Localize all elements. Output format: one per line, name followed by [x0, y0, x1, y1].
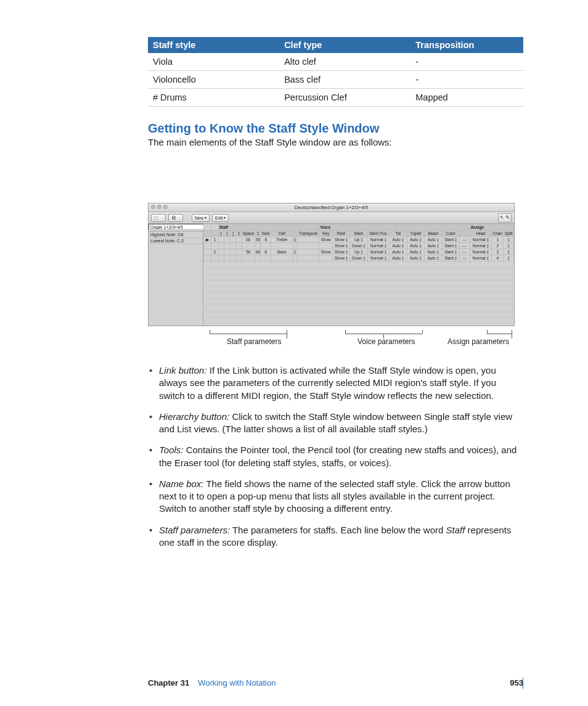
traffic-lights: [151, 205, 168, 209]
staff-styles-table: Staff style Clef type Transposition Viol…: [148, 37, 523, 107]
edit-menu[interactable]: Edit▾: [212, 214, 229, 222]
table-row: VioloncelloBass clef-: [148, 71, 523, 89]
definitions-list: Link button: If the Link button is activ…: [148, 364, 523, 549]
sidebar-lowest-note: Lowest Note: C-2: [149, 238, 203, 244]
list-item: Link button: If the Link button is activ…: [148, 364, 523, 402]
hierarchy-button[interactable]: ⬚: [151, 214, 166, 222]
section-heading: Getting to Know the Staff Style Window: [148, 121, 523, 136]
grid-row[interactable]: Show ‡Down ‡Normal ‡Auto ‡Auto ‡Auto ‡Sl…: [204, 255, 514, 261]
table-row: # DrumsPercussion ClefMapped: [148, 89, 523, 107]
staff-style-window-figure: Name box Hierarchy button Link button To…: [148, 203, 515, 353]
staff-style-window: Deutschlandlied:Organ 1+2/3+4/5 ⬚ ⛓ New▾…: [148, 203, 515, 326]
list-item: Name box: The field shows the name of th…: [148, 478, 523, 515]
list-item: Hierarchy button: Click to switch the St…: [148, 411, 523, 436]
pencil-tool-icon[interactable]: ✎: [505, 215, 510, 220]
grid-row[interactable]: ▶160508Treble‡ShowShow ‡Up ‡Normal ‡Auto…: [204, 237, 514, 243]
th-staff-style: Staff style: [148, 37, 279, 53]
new-menu[interactable]: New▾: [192, 214, 210, 222]
window-title: Deutschlandlied:Organ 1+2/3+4/5: [295, 205, 369, 210]
section-intro: The main elements of the Staff Style win…: [148, 137, 523, 147]
parameters-grid[interactable]: StaffVoiceAssign[[]‡Space‡SizeClefTransp…: [203, 224, 514, 326]
label-staff-parameters: Staff parameters: [227, 337, 282, 346]
footer-title: Working with Notation: [198, 678, 276, 688]
list-item: Staff parameters: The parameters for sta…: [148, 524, 523, 549]
link-button[interactable]: ⛓: [168, 214, 183, 222]
list-item: Tools: Contains the Pointer tool, the Pe…: [148, 444, 523, 469]
page-footer: Chapter 31 Working with Notation 953: [148, 678, 523, 688]
th-clef-type: Clef type: [279, 37, 410, 53]
grid-row[interactable]: 250608Bass‡ShowShow ‡Up ‡Normal ‡Auto ‡A…: [204, 249, 514, 255]
label-voice-parameters: Voice parameters: [357, 337, 415, 346]
window-titlebar: Deutschlandlied:Organ 1+2/3+4/5: [149, 203, 514, 212]
table-row: ViolaAlto clef-: [148, 53, 523, 71]
pointer-tool-icon[interactable]: ↖: [500, 215, 504, 220]
sidebar-highest-note: Highest Note: G8: [149, 232, 203, 238]
grid-row[interactable]: Show ‡Down ‡Normal ‡Auto ‡Auto ‡Auto ‡Sl…: [204, 243, 514, 249]
tools-group[interactable]: ↖ ✎: [498, 213, 512, 223]
th-transposition: Transposition: [410, 37, 523, 53]
footer-page-number: 953: [510, 678, 523, 688]
sidebar: ▾ Highest Note: G8 Lowest Note: C-2: [149, 224, 203, 326]
footer-chapter: Chapter 31: [148, 678, 189, 688]
window-toolbar: ⬚ ⛓ New▾ Edit▾ ↖ ✎: [149, 212, 514, 224]
name-box-input[interactable]: [149, 224, 206, 230]
label-assign-parameters: Assign parameters: [447, 337, 509, 346]
